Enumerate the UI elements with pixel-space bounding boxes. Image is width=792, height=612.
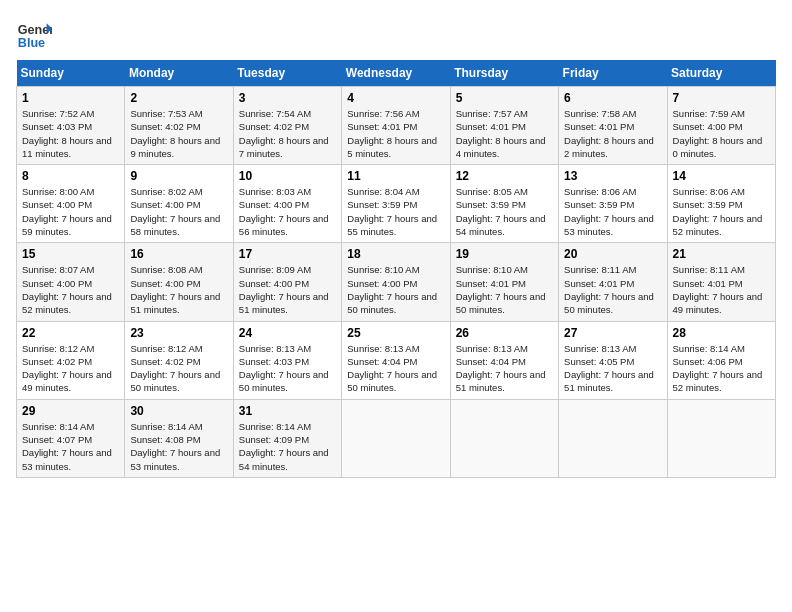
calendar-cell: 20 Sunrise: 8:11 AM Sunset: 4:01 PM Dayl… xyxy=(559,243,667,321)
daylight-label: Daylight: 7 hours and 51 minutes. xyxy=(564,369,654,393)
sunrise-label: Sunrise: 8:13 AM xyxy=(564,343,636,354)
calendar-cell: 29 Sunrise: 8:14 AM Sunset: 4:07 PM Dayl… xyxy=(17,399,125,477)
sunset-label: Sunset: 4:02 PM xyxy=(130,121,200,132)
day-header-thursday: Thursday xyxy=(450,60,558,87)
day-number: 31 xyxy=(239,404,336,418)
daylight-label: Daylight: 7 hours and 54 minutes. xyxy=(239,447,329,471)
sunset-label: Sunset: 4:01 PM xyxy=(673,278,743,289)
sunset-label: Sunset: 4:00 PM xyxy=(130,199,200,210)
day-number: 24 xyxy=(239,326,336,340)
day-number: 17 xyxy=(239,247,336,261)
day-number: 23 xyxy=(130,326,227,340)
day-number: 18 xyxy=(347,247,444,261)
day-info: Sunrise: 8:14 AM Sunset: 4:06 PM Dayligh… xyxy=(673,342,770,395)
daylight-label: Daylight: 7 hours and 51 minutes. xyxy=(130,291,220,315)
calendar-cell: 23 Sunrise: 8:12 AM Sunset: 4:02 PM Dayl… xyxy=(125,321,233,399)
week-row-5: 29 Sunrise: 8:14 AM Sunset: 4:07 PM Dayl… xyxy=(17,399,776,477)
day-number: 30 xyxy=(130,404,227,418)
sunset-label: Sunset: 4:00 PM xyxy=(22,278,92,289)
logo: General Blue xyxy=(16,16,56,52)
calendar-cell: 18 Sunrise: 8:10 AM Sunset: 4:00 PM Dayl… xyxy=(342,243,450,321)
sunrise-label: Sunrise: 8:13 AM xyxy=(239,343,311,354)
calendar-cell: 27 Sunrise: 8:13 AM Sunset: 4:05 PM Dayl… xyxy=(559,321,667,399)
calendar-cell: 6 Sunrise: 7:58 AM Sunset: 4:01 PM Dayli… xyxy=(559,87,667,165)
day-info: Sunrise: 8:05 AM Sunset: 3:59 PM Dayligh… xyxy=(456,185,553,238)
day-number: 6 xyxy=(564,91,661,105)
sunset-label: Sunset: 4:00 PM xyxy=(673,121,743,132)
sunrise-label: Sunrise: 8:11 AM xyxy=(673,264,745,275)
sunset-label: Sunset: 4:01 PM xyxy=(564,278,634,289)
day-info: Sunrise: 8:00 AM Sunset: 4:00 PM Dayligh… xyxy=(22,185,119,238)
calendar-cell: 10 Sunrise: 8:03 AM Sunset: 4:00 PM Dayl… xyxy=(233,165,341,243)
calendar-cell: 5 Sunrise: 7:57 AM Sunset: 4:01 PM Dayli… xyxy=(450,87,558,165)
sunset-label: Sunset: 4:01 PM xyxy=(347,121,417,132)
sunrise-label: Sunrise: 8:00 AM xyxy=(22,186,94,197)
day-number: 10 xyxy=(239,169,336,183)
daylight-label: Daylight: 7 hours and 50 minutes. xyxy=(347,291,437,315)
day-number: 16 xyxy=(130,247,227,261)
sunset-label: Sunset: 4:00 PM xyxy=(239,278,309,289)
sunset-label: Sunset: 3:59 PM xyxy=(347,199,417,210)
daylight-label: Daylight: 7 hours and 53 minutes. xyxy=(130,447,220,471)
day-info: Sunrise: 7:59 AM Sunset: 4:00 PM Dayligh… xyxy=(673,107,770,160)
calendar-cell: 28 Sunrise: 8:14 AM Sunset: 4:06 PM Dayl… xyxy=(667,321,775,399)
daylight-label: Daylight: 7 hours and 59 minutes. xyxy=(22,213,112,237)
sunrise-label: Sunrise: 8:05 AM xyxy=(456,186,528,197)
day-number: 1 xyxy=(22,91,119,105)
calendar-cell: 25 Sunrise: 8:13 AM Sunset: 4:04 PM Dayl… xyxy=(342,321,450,399)
sunset-label: Sunset: 4:01 PM xyxy=(456,278,526,289)
week-row-2: 8 Sunrise: 8:00 AM Sunset: 4:00 PM Dayli… xyxy=(17,165,776,243)
daylight-label: Daylight: 7 hours and 51 minutes. xyxy=(456,369,546,393)
day-info: Sunrise: 8:07 AM Sunset: 4:00 PM Dayligh… xyxy=(22,263,119,316)
daylight-label: Daylight: 7 hours and 54 minutes. xyxy=(456,213,546,237)
daylight-label: Daylight: 7 hours and 52 minutes. xyxy=(673,369,763,393)
sunset-label: Sunset: 4:01 PM xyxy=(564,121,634,132)
day-info: Sunrise: 8:06 AM Sunset: 3:59 PM Dayligh… xyxy=(673,185,770,238)
daylight-label: Daylight: 7 hours and 50 minutes. xyxy=(239,369,329,393)
day-info: Sunrise: 7:52 AM Sunset: 4:03 PM Dayligh… xyxy=(22,107,119,160)
sunrise-label: Sunrise: 8:13 AM xyxy=(456,343,528,354)
calendar-cell: 24 Sunrise: 8:13 AM Sunset: 4:03 PM Dayl… xyxy=(233,321,341,399)
sunset-label: Sunset: 4:01 PM xyxy=(456,121,526,132)
day-number: 21 xyxy=(673,247,770,261)
day-info: Sunrise: 7:58 AM Sunset: 4:01 PM Dayligh… xyxy=(564,107,661,160)
day-info: Sunrise: 8:03 AM Sunset: 4:00 PM Dayligh… xyxy=(239,185,336,238)
day-number: 19 xyxy=(456,247,553,261)
day-number: 20 xyxy=(564,247,661,261)
sunrise-label: Sunrise: 7:58 AM xyxy=(564,108,636,119)
sunrise-label: Sunrise: 8:14 AM xyxy=(22,421,94,432)
calendar-cell: 12 Sunrise: 8:05 AM Sunset: 3:59 PM Dayl… xyxy=(450,165,558,243)
sunrise-label: Sunrise: 8:09 AM xyxy=(239,264,311,275)
sunset-label: Sunset: 4:04 PM xyxy=(456,356,526,367)
day-number: 11 xyxy=(347,169,444,183)
sunrise-label: Sunrise: 7:52 AM xyxy=(22,108,94,119)
sunset-label: Sunset: 4:09 PM xyxy=(239,434,309,445)
day-info: Sunrise: 8:12 AM Sunset: 4:02 PM Dayligh… xyxy=(22,342,119,395)
calendar-cell: 1 Sunrise: 7:52 AM Sunset: 4:03 PM Dayli… xyxy=(17,87,125,165)
calendar-cell: 7 Sunrise: 7:59 AM Sunset: 4:00 PM Dayli… xyxy=(667,87,775,165)
sunset-label: Sunset: 4:03 PM xyxy=(22,121,92,132)
sunrise-label: Sunrise: 8:10 AM xyxy=(456,264,528,275)
day-info: Sunrise: 8:12 AM Sunset: 4:02 PM Dayligh… xyxy=(130,342,227,395)
day-info: Sunrise: 7:57 AM Sunset: 4:01 PM Dayligh… xyxy=(456,107,553,160)
sunrise-label: Sunrise: 7:57 AM xyxy=(456,108,528,119)
day-number: 2 xyxy=(130,91,227,105)
day-header-sunday: Sunday xyxy=(17,60,125,87)
day-info: Sunrise: 8:13 AM Sunset: 4:03 PM Dayligh… xyxy=(239,342,336,395)
week-row-3: 15 Sunrise: 8:07 AM Sunset: 4:00 PM Dayl… xyxy=(17,243,776,321)
calendar-cell: 2 Sunrise: 7:53 AM Sunset: 4:02 PM Dayli… xyxy=(125,87,233,165)
sunrise-label: Sunrise: 8:06 AM xyxy=(673,186,745,197)
sunset-label: Sunset: 4:07 PM xyxy=(22,434,92,445)
daylight-label: Daylight: 7 hours and 56 minutes. xyxy=(239,213,329,237)
sunrise-label: Sunrise: 8:03 AM xyxy=(239,186,311,197)
calendar-cell: 17 Sunrise: 8:09 AM Sunset: 4:00 PM Dayl… xyxy=(233,243,341,321)
day-info: Sunrise: 8:14 AM Sunset: 4:07 PM Dayligh… xyxy=(22,420,119,473)
day-info: Sunrise: 8:11 AM Sunset: 4:01 PM Dayligh… xyxy=(564,263,661,316)
sunrise-label: Sunrise: 8:11 AM xyxy=(564,264,636,275)
day-number: 29 xyxy=(22,404,119,418)
daylight-label: Daylight: 7 hours and 50 minutes. xyxy=(130,369,220,393)
calendar-cell: 30 Sunrise: 8:14 AM Sunset: 4:08 PM Dayl… xyxy=(125,399,233,477)
sunrise-label: Sunrise: 8:14 AM xyxy=(673,343,745,354)
day-info: Sunrise: 8:14 AM Sunset: 4:09 PM Dayligh… xyxy=(239,420,336,473)
sunset-label: Sunset: 4:04 PM xyxy=(347,356,417,367)
